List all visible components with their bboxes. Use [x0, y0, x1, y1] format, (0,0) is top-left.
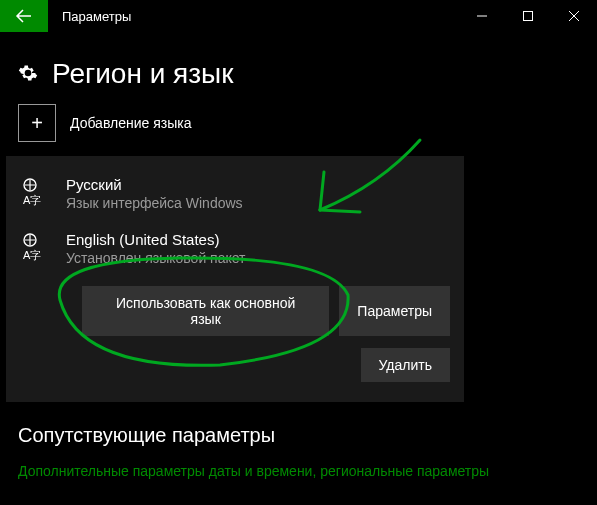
- window-title: Параметры: [48, 0, 459, 32]
- languages-panel: A字 Русский Язык интерфейса Windows A字 En…: [6, 156, 464, 402]
- add-language-row[interactable]: + Добавление языка: [18, 104, 579, 142]
- maximize-icon: [523, 11, 533, 21]
- svg-text:A字: A字: [23, 194, 41, 206]
- maximize-button[interactable]: [505, 0, 551, 32]
- set-default-button[interactable]: Использовать как основной язык: [82, 286, 329, 336]
- back-button[interactable]: [0, 0, 48, 32]
- language-abc-icon: A字: [20, 176, 52, 211]
- remove-language-button[interactable]: Удалить: [361, 348, 450, 382]
- language-abc-icon: A字: [20, 231, 52, 266]
- language-name: English (United States): [66, 231, 246, 248]
- plus-icon: +: [31, 112, 43, 135]
- language-item-english[interactable]: A字 English (United States) Установлен яз…: [20, 225, 450, 280]
- add-language-label: Добавление языка: [70, 115, 192, 131]
- language-item-russian[interactable]: A字 Русский Язык интерфейса Windows: [20, 170, 450, 225]
- svg-text:A字: A字: [23, 249, 41, 261]
- language-options-button[interactable]: Параметры: [339, 286, 450, 336]
- window-controls: [459, 0, 597, 32]
- related-settings-link[interactable]: Дополнительные параметры даты и времени,…: [18, 463, 579, 479]
- close-icon: [569, 11, 579, 21]
- close-button[interactable]: [551, 0, 597, 32]
- related-heading: Сопутствующие параметры: [18, 424, 579, 447]
- gear-icon: [18, 63, 38, 86]
- back-arrow-icon: [15, 7, 33, 25]
- page-title: Регион и язык: [52, 58, 233, 90]
- language-subtitle: Язык интерфейса Windows: [66, 195, 243, 211]
- minimize-icon: [477, 11, 487, 21]
- svg-rect-0: [524, 12, 533, 21]
- add-language-button[interactable]: +: [18, 104, 56, 142]
- titlebar: Параметры: [0, 0, 597, 32]
- language-subtitle: Установлен языковой пакет: [66, 250, 246, 266]
- minimize-button[interactable]: [459, 0, 505, 32]
- language-name: Русский: [66, 176, 243, 193]
